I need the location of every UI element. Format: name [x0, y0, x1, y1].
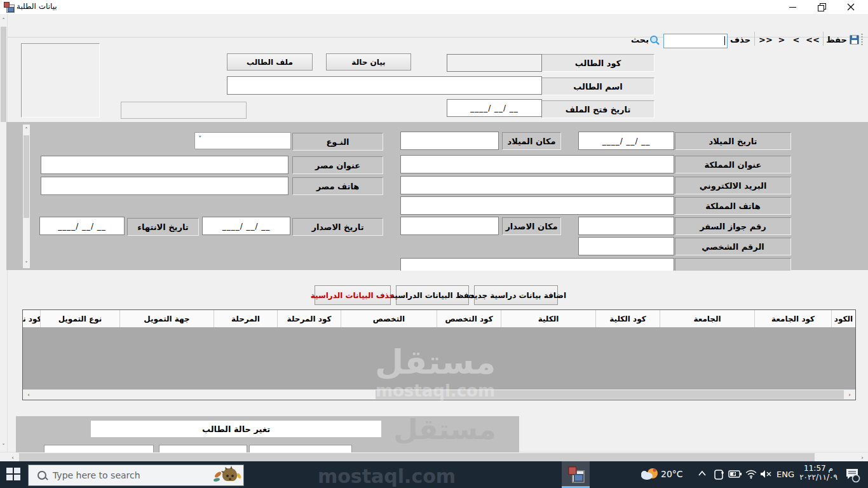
close-icon [847, 3, 855, 11]
student-code-field[interactable] [447, 54, 542, 72]
tray-date: ٢٠٢٢/١١/٠٩ [798, 473, 839, 482]
your-phone-icon[interactable] [713, 469, 724, 480]
email-field[interactable] [400, 176, 674, 194]
kingdom-phone-field[interactable] [400, 196, 674, 215]
grid-column-header[interactable]: كود المرحلة [277, 310, 341, 327]
scroll-left-icon[interactable]: ‹ [24, 390, 34, 400]
clipped-field[interactable] [44, 445, 154, 452]
taskbar-search-box[interactable]: Type here to search [28, 464, 244, 486]
kingdom-address-field[interactable] [400, 155, 674, 173]
personal-number-field[interactable] [578, 237, 674, 255]
grid-body[interactable] [23, 327, 855, 390]
grid-column-header[interactable]: الكلية [501, 310, 595, 327]
active-app-button[interactable] [562, 461, 590, 488]
grid-column-header[interactable]: نوع التمويل [40, 310, 119, 327]
scroll-down-icon[interactable]: ˅ [23, 259, 30, 268]
grid-column-header[interactable]: الجامعة [660, 310, 754, 327]
delete-button[interactable]: حذف [728, 32, 752, 47]
battery-icon[interactable] [728, 470, 742, 478]
minimize-button[interactable] [778, 0, 807, 14]
title-bar: بيانات الطلبة [0, 0, 868, 14]
weather-icon[interactable] [641, 466, 658, 482]
student-name-label: اسم الطالب [541, 78, 654, 95]
restore-button[interactable] [807, 0, 836, 14]
nav-next-button[interactable]: > [790, 32, 803, 47]
nav-last-button[interactable]: >> [804, 32, 821, 47]
grid-column-header[interactable]: الكود [831, 310, 855, 327]
scroll-up-icon[interactable]: ˄ [23, 125, 30, 134]
clipped-field[interactable] [249, 445, 352, 452]
passport-number-field[interactable] [578, 217, 674, 235]
clipped-label [675, 258, 791, 271]
scroll-right-icon[interactable]: › [857, 452, 867, 462]
clipped-field[interactable] [159, 445, 247, 452]
tray-chevron-up-icon[interactable] [698, 470, 707, 477]
clipped-field[interactable] [400, 258, 674, 271]
wifi-icon[interactable] [745, 469, 757, 479]
toolbar-grip[interactable] [860, 33, 864, 46]
close-button[interactable] [836, 0, 865, 14]
expiry-date-field[interactable]: __ /__ /____ [39, 217, 125, 235]
windows-logo-icon [6, 468, 20, 480]
grid-scroll-thumb[interactable] [376, 390, 844, 399]
horizontal-scroll-thumb[interactable] [19, 453, 815, 461]
form-horizontal-scrollbar[interactable]: ‹ › [0, 452, 868, 462]
gender-combobox[interactable]: ˅ [194, 132, 291, 149]
status-report-button[interactable]: بيان حالة [326, 53, 411, 71]
birth-place-field[interactable] [400, 132, 499, 150]
toolbar: حفظ >> > < << حذف بحث [0, 14, 868, 37]
grid-header: الكودكود الجامعةالجامعةكود الكليةالكليةك… [23, 310, 855, 328]
chevron-down-icon: ˅ [198, 135, 202, 143]
grid-column-header[interactable]: المرحلة [214, 310, 277, 327]
scroll-up-icon[interactable]: ˄ [0, 15, 7, 25]
search-icon [649, 35, 660, 48]
student-code-label: كود الطالب [541, 54, 654, 72]
grid-column-header[interactable]: جهة التمويل [119, 310, 214, 327]
scroll-left-icon[interactable]: ‹ [8, 452, 18, 462]
taskbar-search-placeholder: Type here to search [53, 470, 140, 480]
grid-column-header[interactable]: كود الجامعة [754, 310, 831, 327]
nav-prev-button[interactable]: < [775, 32, 788, 47]
student-file-button[interactable]: ملف الطالب [227, 53, 313, 71]
temperature-text[interactable]: 20°C [661, 469, 683, 479]
panel-scroll-thumb[interactable] [24, 135, 29, 218]
delete-study-data-button[interactable]: حذف البيانات الدراسية [315, 285, 391, 305]
action-center-icon[interactable] [845, 468, 860, 483]
issue-date-field[interactable]: __ /__ /____ [202, 217, 290, 235]
student-photo-box [21, 43, 100, 118]
language-indicator[interactable]: ENG [776, 470, 794, 479]
student-app-icon [568, 466, 583, 482]
start-button[interactable] [6, 468, 20, 480]
toolbar-separator [754, 32, 755, 46]
save-study-data-button[interactable]: حفظ البيانات الدراسية [396, 285, 469, 305]
scroll-down-icon[interactable]: ˅ [0, 441, 7, 451]
student-name-field[interactable] [227, 76, 542, 95]
issue-place-field[interactable] [400, 217, 499, 235]
grid-horizontal-scrollbar[interactable]: ‹ › [23, 390, 855, 400]
volume-muted-icon[interactable] [760, 470, 773, 478]
file-open-date-field[interactable]: __ /__ /____ [447, 99, 542, 117]
file-open-date-label: تاريخ فتح الملف [541, 100, 654, 118]
birth-date-label: تاريخ الميلاد [675, 132, 791, 150]
add-study-data-button[interactable]: اضافة بيانات دراسية جديدة [474, 285, 558, 305]
grid-column-header[interactable]: كود التخصص [437, 310, 501, 327]
panel-vertical-scrollbar[interactable]: ˄ ˅ [23, 125, 30, 268]
gender-label: النـوع [292, 133, 383, 151]
text-caret [724, 36, 725, 45]
taskbar: Type here to search [0, 461, 868, 488]
grid-column-header[interactable]: التخصص [341, 310, 437, 327]
clock[interactable]: 11:57 م ٢٠٢٢/١١/٠٩ [798, 464, 839, 482]
window-title: بيانات الطلبة [17, 2, 57, 11]
scroll-right-icon[interactable]: › [844, 390, 855, 400]
vertical-scroll-thumb[interactable] [1, 27, 6, 122]
grid-column-header[interactable]: كود نوع [23, 310, 40, 327]
tray-time: 11:57 م [798, 464, 839, 473]
egypt-phone-field[interactable] [41, 177, 288, 195]
save-button[interactable]: حفظ [826, 32, 859, 47]
egypt-address-field[interactable] [41, 156, 288, 174]
search-input[interactable] [663, 34, 728, 48]
grid-column-header[interactable]: كود الكلية [595, 310, 660, 327]
birth-date-field[interactable]: __ /__ /____ [578, 132, 674, 150]
kingdom-phone-label: هاتف المملكة [675, 197, 791, 215]
nav-first-button[interactable]: << [757, 32, 774, 47]
